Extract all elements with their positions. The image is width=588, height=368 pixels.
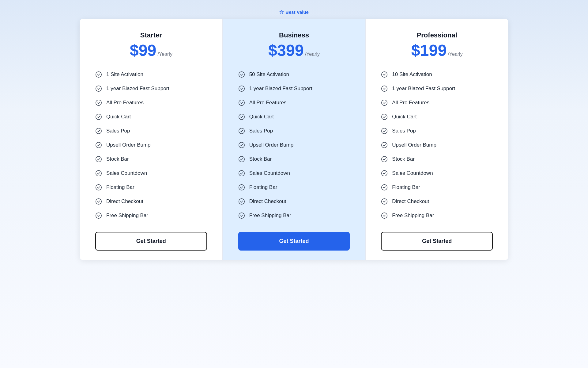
feature-item-starter-3: Quick Cart xyxy=(95,110,207,124)
feature-text-professional-4: Sales Pop xyxy=(392,128,416,134)
feature-item-starter-8: Floating Bar xyxy=(95,180,207,194)
feature-text-business-2: All Pro Features xyxy=(249,100,287,106)
pricing-grid: Starter$99/Yearly 1 Site Activation 1 ye… xyxy=(80,19,508,260)
svg-point-12 xyxy=(239,86,244,91)
svg-point-0 xyxy=(96,72,101,77)
svg-point-26 xyxy=(382,128,387,134)
feature-text-business-4: Sales Pop xyxy=(249,128,273,134)
check-icon-professional-9 xyxy=(381,198,388,205)
check-icon-business-10 xyxy=(238,212,245,219)
svg-point-15 xyxy=(239,128,244,134)
feature-item-business-10: Free Shipping Bar xyxy=(238,209,350,223)
svg-point-7 xyxy=(96,171,101,176)
svg-point-32 xyxy=(382,213,387,218)
feature-text-business-3: Quick Cart xyxy=(249,114,274,120)
feature-text-starter-7: Sales Countdown xyxy=(106,170,147,176)
svg-point-24 xyxy=(382,100,387,105)
check-icon-starter-8 xyxy=(95,184,102,191)
svg-point-4 xyxy=(96,128,101,134)
feature-text-professional-0: 10 Site Activation xyxy=(392,71,432,78)
svg-point-16 xyxy=(239,142,244,148)
svg-point-23 xyxy=(382,86,387,91)
feature-item-business-4: Sales Pop xyxy=(238,124,350,138)
svg-point-11 xyxy=(239,72,244,77)
feature-text-professional-3: Quick Cart xyxy=(392,114,417,120)
feature-text-professional-9: Direct Checkout xyxy=(392,198,429,205)
check-icon-business-9 xyxy=(238,198,245,205)
feature-text-starter-0: 1 Site Activation xyxy=(106,71,143,78)
check-icon-starter-9 xyxy=(95,198,102,205)
check-icon-starter-3 xyxy=(95,113,102,120)
check-icon-professional-5 xyxy=(381,142,388,148)
check-icon-professional-0 xyxy=(381,71,388,78)
feature-text-professional-8: Floating Bar xyxy=(392,184,420,190)
plan-price-row-professional: $199/Yearly xyxy=(381,42,493,58)
feature-text-business-0: 50 Site Activation xyxy=(249,71,289,78)
check-icon-starter-0 xyxy=(95,71,102,78)
check-icon-business-4 xyxy=(238,128,245,134)
plan-period-business: /Yearly xyxy=(305,52,320,57)
feature-item-starter-1: 1 year Blazed Fast Support xyxy=(95,82,207,96)
plan-period-professional: /Yearly xyxy=(448,52,462,57)
get-started-button-professional[interactable]: Get Started xyxy=(381,232,493,251)
check-icon-business-3 xyxy=(238,113,245,120)
check-icon-business-2 xyxy=(238,99,245,106)
feature-text-starter-6: Stock Bar xyxy=(106,156,129,162)
svg-point-28 xyxy=(382,156,387,162)
plan-price-row-business: $399/Yearly xyxy=(238,42,350,58)
feature-text-starter-10: Free Shipping Bar xyxy=(106,213,148,219)
svg-point-25 xyxy=(382,114,387,120)
feature-text-professional-2: All Pro Features xyxy=(392,100,429,106)
feature-text-professional-10: Free Shipping Bar xyxy=(392,213,434,219)
plan-card-professional: Professional$199/Yearly 10 Site Activati… xyxy=(365,19,508,260)
check-icon-business-8 xyxy=(238,184,245,191)
check-icon-starter-10 xyxy=(95,212,102,219)
feature-text-business-6: Stock Bar xyxy=(249,156,272,162)
feature-text-business-1: 1 year Blazed Fast Support xyxy=(249,86,312,92)
check-icon-starter-7 xyxy=(95,170,102,177)
feature-text-starter-1: 1 year Blazed Fast Support xyxy=(106,86,169,92)
feature-text-business-9: Direct Checkout xyxy=(249,198,286,205)
get-started-button-starter[interactable]: Get Started xyxy=(95,232,207,251)
svg-point-3 xyxy=(96,114,101,120)
feature-text-business-7: Sales Countdown xyxy=(249,170,290,176)
plan-card-business: Business$399/Yearly 50 Site Activation 1… xyxy=(223,19,366,260)
feature-item-business-2: All Pro Features xyxy=(238,96,350,110)
feature-item-business-5: Upsell Order Bump xyxy=(238,138,350,152)
feature-item-professional-0: 10 Site Activation xyxy=(381,67,493,82)
svg-point-8 xyxy=(96,185,101,190)
feature-item-starter-9: Direct Checkout xyxy=(95,194,207,209)
feature-item-professional-9: Direct Checkout xyxy=(381,194,493,209)
star-icon: ☆ xyxy=(279,9,284,15)
pricing-wrapper: ☆ Best Value Starter$99/Yearly 1 Site Ac… xyxy=(80,6,508,260)
feature-text-starter-5: Upsell Order Bump xyxy=(106,142,151,148)
feature-item-professional-3: Quick Cart xyxy=(381,110,493,124)
check-icon-business-7 xyxy=(238,170,245,177)
svg-point-13 xyxy=(239,100,244,105)
svg-point-27 xyxy=(382,142,387,148)
check-icon-professional-4 xyxy=(381,128,388,134)
feature-text-professional-7: Sales Countdown xyxy=(392,170,433,176)
plan-price-business: $399 xyxy=(268,42,304,58)
plan-price-professional: $199 xyxy=(411,42,447,58)
feature-text-starter-9: Direct Checkout xyxy=(106,198,143,205)
check-icon-business-6 xyxy=(238,156,245,163)
check-icon-professional-8 xyxy=(381,184,388,191)
feature-item-professional-8: Floating Bar xyxy=(381,180,493,194)
svg-point-31 xyxy=(382,199,387,204)
feature-text-starter-3: Quick Cart xyxy=(106,114,131,120)
feature-text-professional-1: 1 year Blazed Fast Support xyxy=(392,86,455,92)
check-icon-starter-6 xyxy=(95,156,102,163)
svg-point-22 xyxy=(382,72,387,77)
svg-point-30 xyxy=(382,185,387,190)
plan-name-business: Business xyxy=(238,31,350,39)
feature-item-starter-6: Stock Bar xyxy=(95,152,207,166)
feature-item-professional-5: Upsell Order Bump xyxy=(381,138,493,152)
plan-card-starter: Starter$99/Yearly 1 Site Activation 1 ye… xyxy=(80,19,223,260)
svg-point-10 xyxy=(96,213,101,218)
best-value-badge: ☆ Best Value xyxy=(80,9,508,15)
get-started-button-business[interactable]: Get Started xyxy=(238,232,350,251)
feature-item-business-9: Direct Checkout xyxy=(238,194,350,209)
check-icon-starter-5 xyxy=(95,142,102,148)
check-icon-professional-2 xyxy=(381,99,388,106)
